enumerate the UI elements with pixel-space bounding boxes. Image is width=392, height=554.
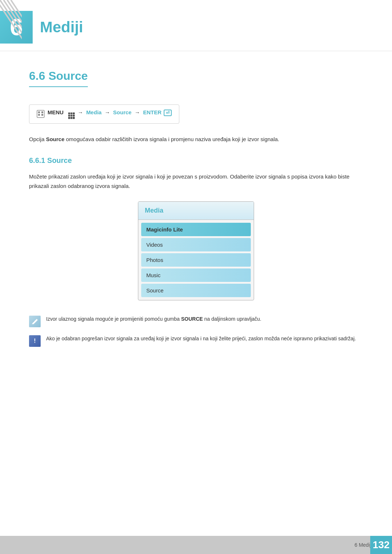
page-footer: 6 Mediji 132 xyxy=(0,536,392,554)
subsection-heading: 6.6.1 Source xyxy=(29,156,363,165)
media-menu-box: Media Magicinfo LiteVideosPhotosMusicSou… xyxy=(138,201,254,300)
pencil-note-icon xyxy=(29,316,41,327)
notes-container: Izvor ulaznog signala moguće je promijen… xyxy=(29,315,363,347)
note-text-1: Izvor ulaznog signala moguće je promijen… xyxy=(46,315,363,324)
body-text: Možete prikazati zaslon uređaja koji je … xyxy=(29,172,363,190)
note-row-2: ! Ako je odabran pogrešan izvor signala … xyxy=(29,335,363,347)
menu-path-text: MENU → Media → Source → xyxy=(48,109,172,119)
chapter-header: 6 Mediji xyxy=(0,0,392,51)
svg-rect-7 xyxy=(38,114,40,116)
exclaim-note-icon: ! xyxy=(29,335,41,347)
menu-item-magicinfo-lite[interactable]: Magicinfo Lite xyxy=(141,223,251,236)
media-menu-title: Media xyxy=(138,202,254,220)
menu-item-videos[interactable]: Videos xyxy=(141,238,251,251)
diagonal-decoration xyxy=(0,0,22,40)
menu-item-music[interactable]: Music xyxy=(141,268,251,282)
menu-item-source[interactable]: Source xyxy=(141,284,251,297)
svg-text:!: ! xyxy=(34,338,36,344)
menu-path-box: MENU → Media → Source → xyxy=(29,104,179,124)
footer-page-number: 132 xyxy=(370,536,392,554)
menu-item-photos[interactable]: Photos xyxy=(141,253,251,267)
svg-rect-6 xyxy=(38,111,40,113)
description-paragraph: Opcija Source omogućava odabir različiti… xyxy=(29,135,363,144)
chapter-title: Mediji xyxy=(40,19,83,36)
svg-rect-5 xyxy=(37,110,44,118)
media-menu-items: Magicinfo LiteVideosPhotosMusicSource xyxy=(138,220,254,300)
section-heading: 6.6 Source xyxy=(29,69,88,87)
media-menu-container: Media Magicinfo LiteVideosPhotosMusicSou… xyxy=(29,201,363,300)
svg-rect-9 xyxy=(41,114,43,116)
menu-remote-icon xyxy=(37,110,45,118)
main-content: 6.6 Source MENU xyxy=(0,51,392,376)
note-row-1: Izvor ulaznog signala moguće je promijen… xyxy=(29,315,363,327)
svg-rect-8 xyxy=(41,111,43,113)
note-text-2: Ako je odabran pogrešan izvor signala za… xyxy=(46,335,363,343)
footer-chapter-text: 6 Mediji xyxy=(355,542,372,548)
